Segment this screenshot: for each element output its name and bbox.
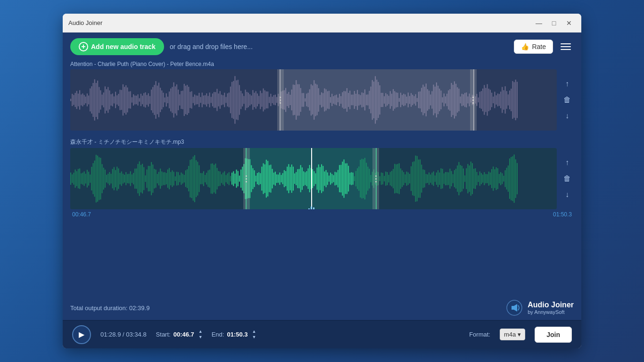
- end-spinner: ▲ ▼: [251, 329, 258, 340]
- selection-handle-left-2[interactable]: [243, 148, 250, 209]
- window-controls: — □ ✕: [532, 16, 576, 30]
- playhead-pip-1: [308, 208, 310, 209]
- player-controls: Start: 00:46.7 ▲ ▼ End: 01:50.3 ▲ ▼: [156, 329, 460, 340]
- plus-icon: +: [79, 42, 88, 51]
- handle-dots-left-1: [280, 97, 281, 104]
- menu-line-1: [561, 43, 571, 44]
- selection-handle-right-2[interactable]: [372, 148, 379, 209]
- rate-button[interactable]: 👍 Rate: [514, 40, 553, 54]
- handle-dots-left-2: [246, 175, 247, 182]
- rate-label: Rate: [532, 43, 546, 50]
- playhead-pip-2: [311, 206, 312, 209]
- track-1-row: ↑ 🗑 ↓: [70, 69, 574, 131]
- add-track-label: Add new audio track: [91, 43, 156, 50]
- end-down-button[interactable]: ▼: [251, 335, 258, 340]
- thumbs-up-icon: 👍: [521, 43, 529, 50]
- playhead-pip-3: [313, 207, 314, 209]
- brand-sub: by AnnywaySoft: [528, 309, 574, 315]
- branding: Audio Joiner by AnnywaySoft: [506, 299, 574, 316]
- track-1-selection[interactable]: [280, 69, 474, 131]
- track-2-down-button[interactable]: ↓: [561, 188, 574, 201]
- drag-drop-text: or drag and drop files here...: [170, 43, 253, 50]
- bottom-bar: Total output duration: 02:39.9 Audio Joi…: [63, 296, 581, 320]
- join-button[interactable]: Join: [535, 327, 572, 343]
- play-icon: ▶: [79, 330, 84, 339]
- total-time: 03:34.8: [126, 331, 146, 338]
- end-control: End: 01:50.3 ▲ ▼: [212, 329, 258, 340]
- playhead: 01:28.9: [311, 148, 312, 209]
- menu-line-2: [561, 46, 571, 47]
- time-display: 01:28.9 / 03:34.8: [100, 331, 147, 338]
- track-2-delete-button[interactable]: 🗑: [561, 172, 574, 185]
- start-label: Start:: [156, 331, 171, 338]
- start-up-button[interactable]: ▲: [197, 329, 204, 334]
- end-value: 01:50.3: [227, 331, 248, 338]
- track-1-waveform[interactable]: [70, 69, 557, 131]
- topbar-right: 👍 Rate: [514, 40, 574, 54]
- total-duration-label: Total output duration:: [70, 304, 127, 312]
- total-duration-value: 02:39.9: [129, 304, 149, 312]
- brand-name: Audio Joiner: [528, 301, 574, 309]
- track-1: Attention - Charlie Puth (Piano Cover) -…: [70, 61, 574, 131]
- format-label: Format:: [469, 331, 490, 338]
- playhead-bottom: [308, 206, 315, 209]
- tracks-area: Attention - Charlie Puth (Piano Cover) -…: [63, 61, 581, 296]
- add-track-button[interactable]: + Add new audio track: [70, 38, 164, 55]
- total-duration: Total output duration: 02:39.9: [70, 304, 149, 312]
- format-value: m4a: [504, 331, 516, 338]
- handle-dots-right-1: [472, 97, 474, 104]
- track-1-down-button[interactable]: ↓: [561, 109, 574, 123]
- play-button[interactable]: ▶: [72, 325, 91, 344]
- track-2-controls: ↑ 🗑 ↓: [561, 156, 574, 201]
- selection-handle-right-1[interactable]: [470, 69, 477, 131]
- track-2-filename: 森永千才 - ミチノチモシーキミノキモチ.mp3: [70, 138, 574, 146]
- selection-handle-left-1[interactable]: [277, 69, 284, 131]
- brand-logo: [506, 299, 523, 316]
- track-1-delete-button[interactable]: 🗑: [561, 93, 574, 107]
- window-title: Audio Joiner: [68, 19, 532, 26]
- format-select[interactable]: m4a ▾: [500, 329, 525, 340]
- time-marker-end: 01:50.3: [553, 211, 572, 218]
- current-time: 01:28.9: [100, 331, 121, 338]
- handle-dots-right-2: [375, 175, 377, 182]
- track-2-waveform[interactable]: 01:28.9: [70, 148, 557, 209]
- track-1-up-button[interactable]: ↑: [561, 77, 574, 90]
- chevron-down-icon: ▾: [518, 331, 521, 338]
- player-bar: ▶ 01:28.9 / 03:34.8 Start: 00:46.7 ▲ ▼ E…: [63, 320, 581, 348]
- track-2: 森永千才 - ミチノチモシーキミノキモチ.mp3: [70, 138, 574, 218]
- menu-line-3: [561, 49, 571, 50]
- topbar: + Add new audio track or drag and drop f…: [63, 33, 581, 61]
- track-2-up-button[interactable]: ↑: [561, 156, 574, 169]
- brand-text: Audio Joiner by AnnywaySoft: [528, 301, 574, 315]
- end-up-button[interactable]: ▲: [251, 329, 258, 334]
- track-2-row: 01:28.9 ↑ 🗑 ↓: [70, 148, 574, 209]
- app-body: + Add new audio track or drag and drop f…: [63, 33, 581, 348]
- start-control: Start: 00:46.7 ▲ ▼: [156, 329, 204, 340]
- track-2-selection[interactable]: 01:28.9: [246, 148, 377, 209]
- titlebar: Audio Joiner — □ ✕: [63, 14, 581, 33]
- start-value: 00:46.7: [173, 331, 194, 338]
- menu-button[interactable]: [558, 41, 574, 53]
- time-markers-2: 00:46.7 01:50.3: [70, 211, 574, 218]
- start-down-button[interactable]: ▼: [197, 335, 204, 340]
- maximize-button[interactable]: □: [547, 16, 561, 30]
- time-marker-start: 00:46.7: [72, 211, 91, 218]
- track-1-controls: ↑ 🗑 ↓: [561, 77, 574, 123]
- track-1-filename: Attention - Charlie Puth (Piano Cover) -…: [70, 61, 574, 67]
- start-spinner: ▲ ▼: [197, 329, 204, 340]
- brand-logo-icon: [506, 299, 523, 316]
- close-button[interactable]: ✕: [562, 16, 576, 30]
- end-label: End:: [212, 331, 224, 338]
- minimize-button[interactable]: —: [532, 16, 545, 30]
